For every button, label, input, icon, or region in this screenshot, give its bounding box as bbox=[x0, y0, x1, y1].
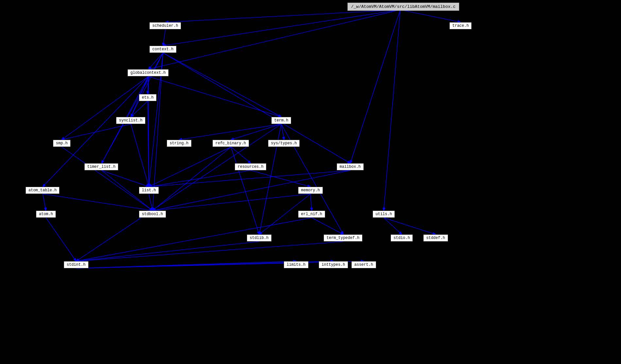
svg-line-38 bbox=[310, 194, 312, 211]
svg-line-28 bbox=[153, 147, 231, 211]
node-ets_h: ets.h bbox=[139, 94, 157, 101]
node-string_h: string.h bbox=[167, 140, 192, 147]
svg-line-29 bbox=[231, 147, 259, 234]
node-stddef_h: stddef.h bbox=[423, 234, 448, 242]
svg-line-7 bbox=[148, 53, 163, 69]
svg-line-42 bbox=[76, 218, 312, 261]
svg-line-30 bbox=[149, 170, 251, 187]
svg-line-27 bbox=[149, 147, 231, 187]
svg-line-5 bbox=[384, 10, 400, 211]
node-assert_h: assert.h bbox=[351, 261, 376, 268]
node-sys_types_h: sys/types.h bbox=[268, 140, 300, 147]
svg-line-34 bbox=[43, 194, 46, 211]
svg-line-43 bbox=[384, 218, 402, 234]
svg-line-18 bbox=[179, 124, 281, 140]
svg-line-1 bbox=[163, 10, 400, 46]
node-refc_binary_h: refc_binary.h bbox=[212, 140, 249, 147]
svg-line-32 bbox=[149, 170, 350, 187]
node-limits_h: limits.h bbox=[284, 261, 309, 268]
svg-line-2 bbox=[148, 10, 400, 69]
node-context_h: context.h bbox=[149, 46, 176, 53]
svg-line-36 bbox=[46, 218, 76, 261]
svg-line-40 bbox=[153, 194, 310, 211]
svg-line-6 bbox=[163, 29, 166, 46]
node-timer_list_h: timer_list.h bbox=[84, 163, 118, 170]
svg-line-15 bbox=[131, 124, 149, 187]
svg-line-4 bbox=[400, 10, 461, 22]
node-erl_nif_h: erl_nif.h bbox=[298, 211, 325, 218]
node-utils_h: utils.h bbox=[373, 211, 395, 218]
svg-line-3 bbox=[350, 10, 400, 163]
node-memory_h: memory.h bbox=[298, 187, 323, 194]
node-scheduler_h: scheduler.h bbox=[149, 22, 181, 29]
node-mailbox_h: mailbox.h bbox=[337, 163, 364, 170]
svg-line-17 bbox=[231, 124, 281, 140]
node-synclist_h: synclist.h bbox=[116, 117, 145, 124]
svg-line-55 bbox=[131, 53, 163, 117]
node-stdlib_h: stdlib.h bbox=[247, 234, 272, 242]
svg-line-35 bbox=[43, 194, 153, 211]
node-stdio_h: stdio.h bbox=[391, 234, 413, 242]
svg-line-26 bbox=[231, 147, 251, 163]
node-resources_h: resources.h bbox=[235, 163, 266, 170]
node-term_typedef_h: term_typedef.h bbox=[324, 234, 362, 242]
node-atom_h: atom.h bbox=[36, 211, 56, 218]
node-stdbool_h: stdbool.h bbox=[139, 211, 166, 218]
node-mailbox_c: /_w/AtomVM/AtomVM/src/libAtomVM/mailbox.… bbox=[347, 3, 459, 11]
node-stdint_h: stdint.h bbox=[64, 261, 89, 268]
svg-line-0 bbox=[165, 10, 400, 22]
dependency-graph-svg bbox=[0, 0, 621, 364]
svg-line-13 bbox=[131, 101, 148, 117]
svg-line-51 bbox=[163, 53, 281, 117]
svg-line-46 bbox=[76, 242, 344, 261]
node-inttypes_h: inttypes.h bbox=[319, 261, 348, 268]
node-trace_h: trace.h bbox=[449, 22, 472, 29]
svg-line-44 bbox=[384, 218, 436, 234]
node-term_h: term.h bbox=[271, 117, 291, 124]
svg-line-23 bbox=[62, 147, 153, 211]
node-globalcontext_h: globalcontext.h bbox=[127, 69, 169, 76]
node-list_h: list.h bbox=[139, 187, 159, 194]
svg-line-24 bbox=[102, 170, 149, 187]
node-smp_h: smp.h bbox=[53, 140, 71, 147]
node-atom_table_h: atom_table.h bbox=[25, 187, 59, 194]
svg-line-31 bbox=[251, 170, 310, 187]
